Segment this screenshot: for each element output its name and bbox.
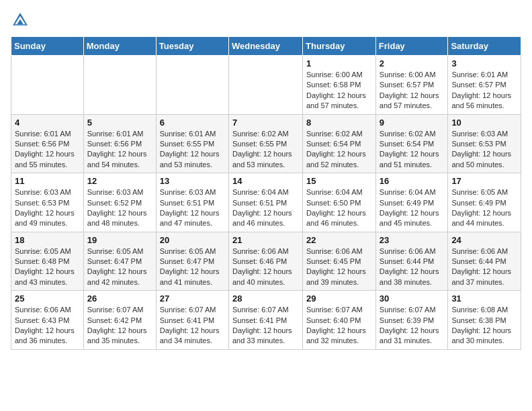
day-number: 14: [232, 176, 299, 186]
day-info: Sunrise: 6:06 AM Sunset: 6:44 PM Dayligh…: [380, 246, 445, 288]
calendar-cell: 5Sunrise: 6:01 AM Sunset: 6:56 PM Daylig…: [83, 114, 156, 173]
day-number: 1: [306, 58, 372, 68]
day-number: 4: [15, 118, 80, 128]
calendar-cell: 13Sunrise: 6:03 AM Sunset: 6:51 PM Dayli…: [156, 173, 228, 232]
day-info: Sunrise: 6:06 AM Sunset: 6:43 PM Dayligh…: [15, 305, 80, 347]
calendar-cell: 11Sunrise: 6:03 AM Sunset: 6:53 PM Dayli…: [11, 173, 84, 232]
weekday-header-saturday: Saturday: [448, 37, 521, 56]
calendar-cell: [156, 56, 228, 115]
day-number: 16: [380, 176, 445, 186]
calendar-cell: 27Sunrise: 6:07 AM Sunset: 6:41 PM Dayli…: [156, 291, 228, 350]
day-info: Sunrise: 6:05 AM Sunset: 6:48 PM Dayligh…: [15, 246, 80, 288]
day-number: 15: [306, 176, 372, 186]
calendar-cell: 30Sunrise: 6:07 AM Sunset: 6:39 PM Dayli…: [375, 291, 448, 350]
day-number: 25: [15, 293, 80, 304]
logo-icon: [11, 11, 30, 30]
day-number: 3: [451, 58, 517, 68]
weekday-header-sunday: Sunday: [11, 37, 84, 56]
weekday-header-monday: Monday: [83, 37, 156, 56]
calendar-cell: 19Sunrise: 6:05 AM Sunset: 6:47 PM Dayli…: [83, 232, 156, 291]
day-info: Sunrise: 6:00 AM Sunset: 6:57 PM Dayligh…: [380, 70, 445, 111]
day-number: 27: [160, 293, 225, 304]
day-info: Sunrise: 6:06 AM Sunset: 6:44 PM Dayligh…: [451, 246, 517, 288]
day-number: 31: [451, 293, 517, 304]
calendar-cell: 22Sunrise: 6:06 AM Sunset: 6:45 PM Dayli…: [303, 232, 376, 291]
day-info: Sunrise: 6:07 AM Sunset: 6:42 PM Dayligh…: [87, 305, 152, 347]
day-number: 6: [160, 118, 225, 128]
logo: [11, 11, 32, 30]
calendar-table: SundayMondayTuesdayWednesdayThursdayFrid…: [11, 36, 521, 350]
day-info: Sunrise: 6:05 AM Sunset: 6:47 PM Dayligh…: [160, 246, 225, 288]
calendar-cell: 20Sunrise: 6:05 AM Sunset: 6:47 PM Dayli…: [156, 232, 228, 291]
calendar-cell: 1Sunrise: 6:00 AM Sunset: 6:58 PM Daylig…: [303, 56, 376, 115]
weekday-row: SundayMondayTuesdayWednesdayThursdayFrid…: [11, 37, 521, 56]
page-header: [11, 11, 521, 30]
calendar-cell: 28Sunrise: 6:07 AM Sunset: 6:41 PM Dayli…: [228, 291, 302, 350]
day-info: Sunrise: 6:03 AM Sunset: 6:53 PM Dayligh…: [15, 187, 80, 229]
day-number: 10: [451, 118, 517, 128]
day-info: Sunrise: 6:00 AM Sunset: 6:58 PM Dayligh…: [306, 70, 372, 111]
day-info: Sunrise: 6:05 AM Sunset: 6:47 PM Dayligh…: [87, 246, 152, 288]
calendar-week-3: 11Sunrise: 6:03 AM Sunset: 6:53 PM Dayli…: [11, 173, 521, 232]
day-info: Sunrise: 6:03 AM Sunset: 6:53 PM Dayligh…: [451, 129, 517, 171]
day-info: Sunrise: 6:05 AM Sunset: 6:49 PM Dayligh…: [451, 187, 517, 229]
day-number: 7: [232, 118, 299, 128]
calendar-cell: [11, 56, 84, 115]
day-number: 17: [451, 176, 517, 186]
day-info: Sunrise: 6:07 AM Sunset: 6:41 PM Dayligh…: [232, 305, 299, 347]
weekday-header-wednesday: Wednesday: [228, 37, 302, 56]
day-info: Sunrise: 6:02 AM Sunset: 6:54 PM Dayligh…: [380, 129, 445, 171]
day-info: Sunrise: 6:04 AM Sunset: 6:51 PM Dayligh…: [232, 187, 299, 229]
day-number: 13: [160, 176, 225, 186]
day-number: 5: [87, 118, 152, 128]
day-number: 28: [232, 293, 299, 304]
day-number: 23: [380, 235, 445, 245]
day-info: Sunrise: 6:01 AM Sunset: 6:57 PM Dayligh…: [451, 70, 517, 111]
calendar-cell: 23Sunrise: 6:06 AM Sunset: 6:44 PM Dayli…: [375, 232, 448, 291]
day-number: 21: [232, 235, 299, 245]
calendar-cell: 31Sunrise: 6:08 AM Sunset: 6:38 PM Dayli…: [448, 291, 521, 350]
calendar-cell: 24Sunrise: 6:06 AM Sunset: 6:44 PM Dayli…: [448, 232, 521, 291]
day-number: 12: [87, 176, 152, 186]
calendar-cell: 2Sunrise: 6:00 AM Sunset: 6:57 PM Daylig…: [375, 56, 448, 115]
calendar-cell: 17Sunrise: 6:05 AM Sunset: 6:49 PM Dayli…: [448, 173, 521, 232]
day-number: 2: [380, 58, 445, 68]
day-info: Sunrise: 6:03 AM Sunset: 6:51 PM Dayligh…: [160, 187, 225, 229]
day-info: Sunrise: 6:03 AM Sunset: 6:52 PM Dayligh…: [87, 187, 152, 229]
day-number: 20: [160, 235, 225, 245]
calendar-cell: 18Sunrise: 6:05 AM Sunset: 6:48 PM Dayli…: [11, 232, 84, 291]
day-info: Sunrise: 6:01 AM Sunset: 6:56 PM Dayligh…: [15, 129, 80, 171]
day-info: Sunrise: 6:07 AM Sunset: 6:40 PM Dayligh…: [306, 305, 372, 347]
calendar-cell: 9Sunrise: 6:02 AM Sunset: 6:54 PM Daylig…: [375, 114, 448, 173]
weekday-header-thursday: Thursday: [303, 37, 376, 56]
day-info: Sunrise: 6:02 AM Sunset: 6:54 PM Dayligh…: [306, 129, 372, 171]
calendar-cell: 12Sunrise: 6:03 AM Sunset: 6:52 PM Dayli…: [83, 173, 156, 232]
day-info: Sunrise: 6:01 AM Sunset: 6:55 PM Dayligh…: [160, 129, 225, 171]
calendar-week-5: 25Sunrise: 6:06 AM Sunset: 6:43 PM Dayli…: [11, 291, 521, 350]
weekday-header-tuesday: Tuesday: [156, 37, 228, 56]
calendar-cell: 6Sunrise: 6:01 AM Sunset: 6:55 PM Daylig…: [156, 114, 228, 173]
day-number: 22: [306, 235, 372, 245]
day-number: 9: [380, 118, 445, 128]
calendar-cell: 14Sunrise: 6:04 AM Sunset: 6:51 PM Dayli…: [228, 173, 302, 232]
calendar-cell: 4Sunrise: 6:01 AM Sunset: 6:56 PM Daylig…: [11, 114, 84, 173]
calendar-cell: 29Sunrise: 6:07 AM Sunset: 6:40 PM Dayli…: [303, 291, 376, 350]
day-info: Sunrise: 6:02 AM Sunset: 6:55 PM Dayligh…: [232, 129, 299, 171]
calendar-cell: 25Sunrise: 6:06 AM Sunset: 6:43 PM Dayli…: [11, 291, 84, 350]
calendar-week-1: 1Sunrise: 6:00 AM Sunset: 6:58 PM Daylig…: [11, 56, 521, 115]
calendar-cell: [83, 56, 156, 115]
day-info: Sunrise: 6:04 AM Sunset: 6:49 PM Dayligh…: [380, 187, 445, 229]
day-info: Sunrise: 6:07 AM Sunset: 6:41 PM Dayligh…: [160, 305, 225, 347]
day-number: 8: [306, 118, 372, 128]
calendar-cell: 21Sunrise: 6:06 AM Sunset: 6:46 PM Dayli…: [228, 232, 302, 291]
day-number: 29: [306, 293, 372, 304]
day-number: 18: [15, 235, 80, 245]
calendar-cell: 26Sunrise: 6:07 AM Sunset: 6:42 PM Dayli…: [83, 291, 156, 350]
calendar-week-4: 18Sunrise: 6:05 AM Sunset: 6:48 PM Dayli…: [11, 232, 521, 291]
day-info: Sunrise: 6:06 AM Sunset: 6:46 PM Dayligh…: [232, 246, 299, 288]
day-number: 26: [87, 293, 152, 304]
calendar-body: 1Sunrise: 6:00 AM Sunset: 6:58 PM Daylig…: [11, 56, 521, 350]
calendar-header: SundayMondayTuesdayWednesdayThursdayFrid…: [11, 37, 521, 56]
calendar-cell: 3Sunrise: 6:01 AM Sunset: 6:57 PM Daylig…: [448, 56, 521, 115]
day-info: Sunrise: 6:06 AM Sunset: 6:45 PM Dayligh…: [306, 246, 372, 288]
